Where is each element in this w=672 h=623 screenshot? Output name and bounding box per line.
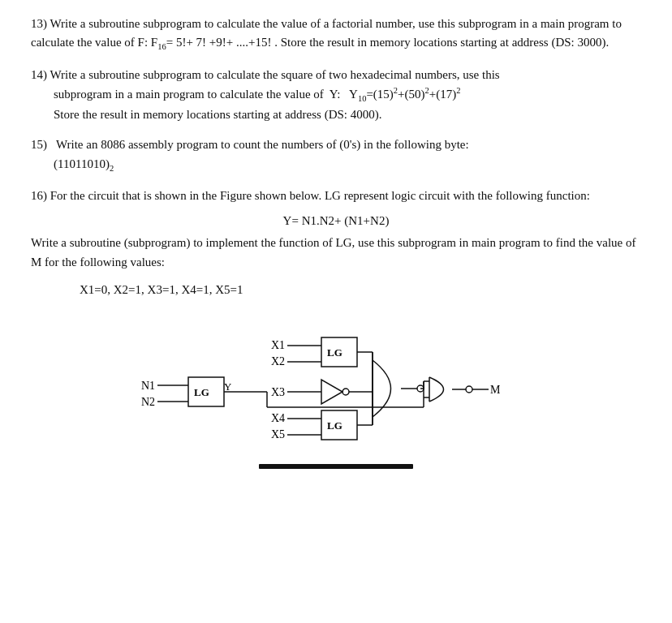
- bottom-bar: [259, 464, 413, 469]
- m-label: M: [490, 384, 501, 396]
- q16-text1: 16) For the circuit that is shown in the…: [31, 187, 641, 205]
- q14-sub: 10: [358, 94, 367, 103]
- question-14: 14) Write a subroutine subprogram to cal…: [31, 66, 641, 125]
- circuit-svg: N1 N2 LG Y X1 X2 LG: [133, 310, 539, 472]
- y-label: Y: [224, 380, 232, 393]
- n1-label: N1: [141, 380, 155, 392]
- x4-label: X4: [271, 412, 285, 424]
- x3-label: X3: [271, 386, 285, 398]
- lg-top-label: LG: [327, 346, 342, 359]
- q13-text: 13) Write a subroutine subprogram to cal…: [31, 15, 641, 54]
- lg-bottom-label: LG: [327, 419, 342, 432]
- q16-text2: Write a subroutine (subprogram) to imple…: [31, 234, 641, 272]
- q14-text: 14) Write a subroutine subprogram to cal…: [31, 66, 641, 125]
- question-16: 16) For the circuit that is shown in the…: [31, 187, 641, 272]
- values-line: X1=0, X2=1, X3=1, X4=1, X5=1: [31, 283, 641, 297]
- and-bubble: [466, 386, 472, 393]
- q13-subscript: 16: [157, 42, 166, 51]
- circuit-diagram: N1 N2 LG Y X1 X2 LG: [133, 310, 539, 472]
- q16-formula: Y= N1.N2+ (N1+N2): [31, 212, 641, 230]
- page: 13) Write a subroutine subprogram to cal…: [0, 0, 672, 623]
- q15-text: 15) Write an 8086 assembly program to co…: [31, 135, 641, 175]
- x1-label: X1: [271, 339, 285, 351]
- n2-label: N2: [141, 396, 155, 408]
- x5-label: X5: [271, 428, 285, 440]
- and-arc: [429, 377, 444, 402]
- x2-label: X2: [271, 355, 285, 367]
- or-arc: [373, 360, 391, 417]
- question-15: 15) Write an 8086 assembly program to co…: [31, 135, 641, 175]
- q15-subscript: 2: [110, 164, 114, 173]
- question-13: 13) Write a subroutine subprogram to cal…: [31, 15, 641, 54]
- lg-left-label: LG: [194, 386, 209, 398]
- buffer-gate: [321, 380, 342, 404]
